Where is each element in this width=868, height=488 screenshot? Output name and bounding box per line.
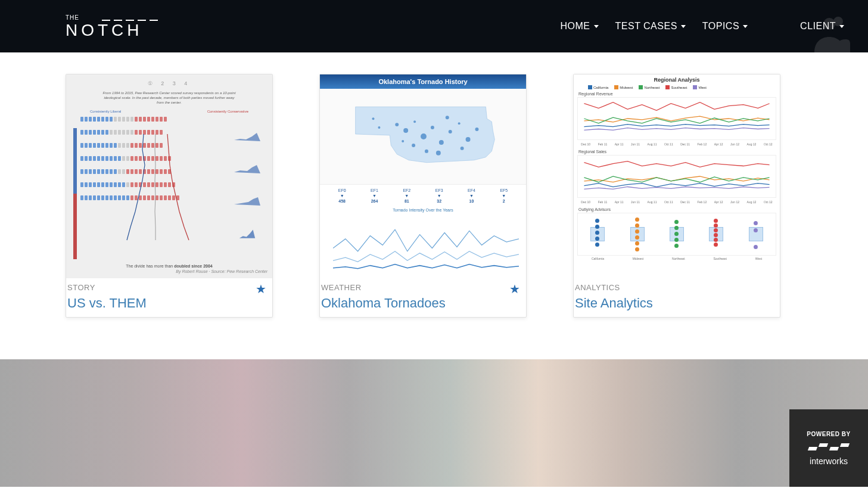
nav-home-label: HOME [561, 21, 590, 32]
nav-topics[interactable]: TOPICS [702, 21, 748, 32]
card-site-analytics[interactable]: Regional Analysis California Midwest Nor… [573, 74, 780, 318]
star-icon[interactable]: ★ [509, 282, 520, 296]
viz-x-ticks: Dec 10Feb 11Apr 11Jun 11Aug 11Oct 11Dec … [577, 199, 776, 205]
interworks-logo-icon [808, 443, 849, 450]
card-thumbnail: Regional Analysis California Midwest Nor… [574, 74, 780, 278]
viz-sales-chart [577, 155, 776, 198]
viz-map [320, 89, 526, 184]
card-title[interactable]: US vs. THEM [66, 294, 272, 311]
svg-point-7 [449, 130, 452, 133]
svg-point-4 [421, 133, 427, 139]
card-grid: ① 2 3 4 From 1994 to 2015, Pew Research … [0, 52, 868, 359]
viz-header: Regional Analysis [577, 77, 776, 83]
svg-point-5 [431, 126, 434, 129]
viz-trend-lines [102, 134, 221, 241]
user-silhouette-icon [808, 11, 850, 52]
svg-point-13 [412, 144, 415, 147]
brand-prefix: THE [66, 14, 79, 21]
nav-menu: HOME TEST CASES TOPICS CLIENT [561, 21, 844, 32]
star-icon[interactable]: ★ [256, 282, 266, 296]
brand-logo[interactable]: THE NOTCH [66, 14, 161, 39]
card-title[interactable]: Oklahoma Tornadoes [320, 294, 526, 311]
svg-point-9 [466, 137, 471, 142]
viz-side-bar [73, 128, 77, 259]
viz-legend: California Midwest Northeast Southeast W… [588, 85, 776, 89]
viz-footer-1: The divide has more than [126, 264, 173, 268]
viz-box-categories: California Midwest Northeast Southeast W… [577, 256, 776, 262]
svg-point-1 [395, 123, 399, 126]
card-thumbnail: Oklahoma's Tornado History [320, 74, 526, 278]
svg-point-14 [402, 140, 404, 142]
viz-section-advisors: Outlying Advisors [578, 207, 776, 212]
nav-test-cases-label: TEST CASES [615, 21, 677, 32]
viz-intensity-row: EF0▼458 EF1▼264 EF2▼81 EF3▼32 EF4▼10 EF5… [320, 184, 526, 207]
viz-revenue-chart [577, 97, 776, 140]
powered-by-label: POWERED BY [807, 431, 850, 437]
viz-right-label: Consistently Conservative [207, 110, 248, 113]
svg-marker-0 [239, 229, 255, 238]
viz-footer-2: doubled since 2004 [174, 264, 213, 268]
viz-boxplot-row [577, 213, 776, 256]
viz-section-revenue: Regional Revenue [578, 92, 776, 96]
nav-topics-label: TOPICS [702, 21, 739, 32]
caret-down-icon [743, 25, 748, 28]
card-category: ANALYTICS [574, 283, 780, 294]
viz-left-label: Consistently Liberal [90, 110, 121, 113]
viz-header: Oklahoma's Tornado History [320, 74, 526, 89]
caret-down-icon [681, 25, 686, 28]
navbar: THE NOTCH HOME TEST CASES TOPICS CLIENT [0, 0, 868, 52]
card-us-vs-them[interactable]: ① 2 3 4 From 1994 to 2015, Pew Research … [66, 74, 273, 318]
card-category: WEATHER [320, 283, 526, 294]
svg-point-18 [378, 126, 380, 129]
nav-test-cases[interactable]: TEST CASES [615, 21, 686, 32]
caret-down-icon [594, 25, 599, 28]
card-category: STORY [66, 283, 272, 294]
powered-by-company: interworks [810, 456, 848, 466]
powered-by-badge[interactable]: POWERED BY interworks [789, 409, 868, 487]
svg-point-6 [439, 140, 444, 145]
viz-line-chart [320, 213, 526, 278]
viz-x-ticks: Dec 10Feb 11Apr 11Jun 11Aug 11Oct 11Dec … [577, 141, 776, 147]
viz-intro-text: From 1994 to 2015, Pew Research Center s… [102, 91, 237, 105]
svg-point-11 [425, 150, 428, 153]
brand-name: NOTCH [66, 22, 143, 39]
viz-section-sales: Regional Sales [578, 150, 776, 154]
svg-point-3 [413, 120, 416, 123]
svg-point-2 [403, 128, 408, 133]
hero-banner: POWERED BY interworks [0, 359, 868, 487]
svg-point-8 [458, 122, 461, 125]
svg-point-17 [372, 117, 374, 120]
card-oklahoma-tornadoes[interactable]: Oklahoma's Tornado History [319, 74, 527, 318]
card-title[interactable]: Site Analytics [574, 294, 780, 311]
viz-chart-subtitle: Tornado Intensity Over the Years [320, 207, 526, 213]
svg-point-10 [475, 128, 478, 131]
svg-point-15 [446, 116, 449, 119]
svg-point-12 [436, 151, 441, 156]
svg-point-16 [461, 147, 464, 150]
nav-home[interactable]: HOME [561, 21, 599, 32]
viz-pager: ① 2 3 4 [72, 80, 266, 86]
card-thumbnail: ① 2 3 4 From 1994 to 2015, Pew Research … [66, 74, 272, 278]
viz-credit: By Robert Rouse · Source: Pew Research C… [66, 269, 267, 273]
